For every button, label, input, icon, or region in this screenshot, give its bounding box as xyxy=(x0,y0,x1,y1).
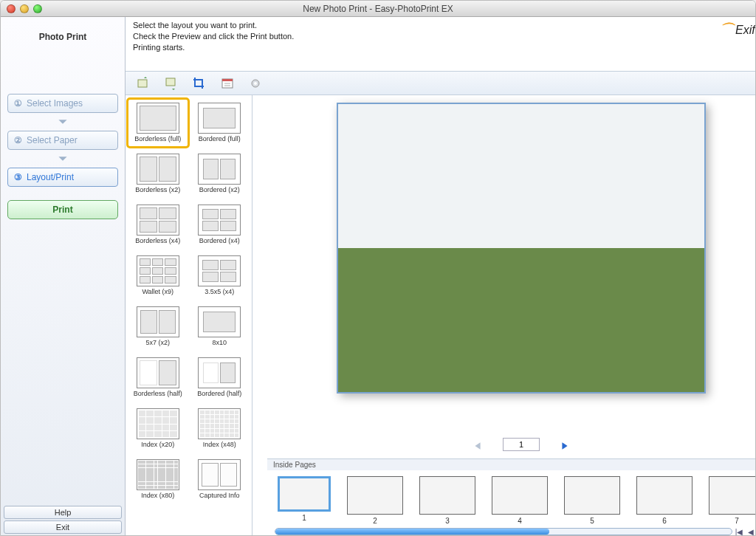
svg-rect-1 xyxy=(166,78,175,86)
main-panel: Select the layout you want to print. Che… xyxy=(126,17,756,536)
page-thumb-7[interactable]: 7 xyxy=(709,476,756,525)
add-image-back-icon[interactable] xyxy=(164,76,179,91)
titlebar: New Photo Print - Easy-PhotoPrint EX xyxy=(1,1,755,17)
page-thumb-1[interactable]: 1 xyxy=(278,476,331,522)
inside-pages-header: Inside Pages xyxy=(267,459,756,470)
thumb-image xyxy=(709,476,756,515)
layout-label: Index (x20) xyxy=(141,441,174,449)
page-thumb-5[interactable]: 5 xyxy=(564,476,620,525)
app-window: New Photo Print - Easy-PhotoPrint EX Pho… xyxy=(0,0,756,536)
print-button[interactable]: Print xyxy=(7,200,118,219)
next-page-icon[interactable] xyxy=(560,440,569,449)
arrow-down-icon xyxy=(57,116,69,128)
layout-option-bordered-x2[interactable]: Bordered (x2) xyxy=(190,151,250,197)
page-thumb-3[interactable]: 3 xyxy=(419,476,475,525)
step-select-images[interactable]: ① Select Images xyxy=(7,94,118,113)
inside-pages-panel: Inside Pages 1234567 |◀ ◀ ▶ xyxy=(267,458,756,536)
layout-option-index-x20[interactable]: Index (x20) xyxy=(128,405,188,452)
layout-thumb xyxy=(137,408,179,439)
layout-option-captured-info[interactable]: Captured Info xyxy=(190,456,250,503)
step-label: Layout/Print xyxy=(27,172,74,182)
step-number: ① xyxy=(14,98,22,109)
svg-rect-0 xyxy=(138,80,147,87)
layout-option-borderless-x4[interactable]: Borderless (x4) xyxy=(128,202,188,248)
step-number: ② xyxy=(14,135,22,145)
page-thumb-2[interactable]: 2 xyxy=(347,476,403,525)
thumb-image xyxy=(636,476,693,515)
thumb-image xyxy=(492,476,548,515)
layout-option-bordered-x4[interactable]: Bordered (x4) xyxy=(190,202,250,248)
layout-label: Wallet (x9) xyxy=(142,288,173,296)
sidebar: Photo Print ① Select Images ② Select Pap… xyxy=(1,17,126,536)
step-select-paper[interactable]: ② Select Paper xyxy=(7,131,118,150)
layout-thumb xyxy=(137,205,179,236)
layout-label: 8x10 xyxy=(212,339,227,347)
add-image-front-icon[interactable] xyxy=(136,76,151,91)
preview-page[interactable] xyxy=(337,103,706,394)
layout-label: Borderless (half) xyxy=(134,390,182,398)
page-navigator xyxy=(267,430,756,458)
page-number-input[interactable] xyxy=(503,438,540,451)
layout-option-borderless-half[interactable]: Borderless (half) xyxy=(128,354,188,401)
layout-list: Borderless (full)Bordered (full)Borderle… xyxy=(126,95,252,536)
page-thumb-4[interactable]: 4 xyxy=(492,476,548,525)
layout-label: Bordered (full) xyxy=(199,135,241,143)
layout-thumb xyxy=(137,357,179,388)
prev-page-icon[interactable] xyxy=(473,440,482,449)
thumb-label: 5 xyxy=(590,517,594,525)
thumb-label: 1 xyxy=(302,514,306,522)
layout-option-index-x80[interactable]: Index (x80) xyxy=(128,456,188,503)
layout-option-borderless-full[interactable]: Borderless (full) xyxy=(128,100,188,146)
thumb-image xyxy=(347,476,403,515)
thumb-label: 4 xyxy=(518,517,522,525)
layout-thumb xyxy=(198,154,241,185)
scroll-start-icon[interactable]: |◀ xyxy=(734,526,744,536)
preview-image xyxy=(338,104,704,392)
layout-label: Index (x80) xyxy=(141,492,174,500)
layout-thumb xyxy=(137,103,179,134)
layout-option-borderless-x2[interactable]: Borderless (x2) xyxy=(128,151,188,197)
thumb-label: 7 xyxy=(735,517,739,525)
help-button[interactable]: Help xyxy=(4,506,122,519)
settings-icon[interactable] xyxy=(248,76,263,91)
layout-thumb xyxy=(198,459,241,490)
scrollbar-thumb[interactable] xyxy=(275,529,549,535)
layout-thumb xyxy=(198,306,241,337)
crop-icon[interactable] xyxy=(192,76,207,91)
info-line: Select the layout you want to print. xyxy=(133,20,294,31)
svg-point-7 xyxy=(254,82,257,85)
step-layout-print[interactable]: ③ Layout/Print xyxy=(7,168,118,187)
layout-thumb xyxy=(137,154,179,185)
info-bar: Select the layout you want to print. Che… xyxy=(126,17,756,72)
layout-option-index-x48[interactable]: Index (x48) xyxy=(190,405,250,452)
layout-option-wallet-x9[interactable]: Wallet (x9) xyxy=(128,252,188,299)
svg-rect-3 xyxy=(222,79,233,81)
layout-label: 5x7 (x2) xyxy=(145,339,170,347)
layout-thumb xyxy=(137,255,179,286)
preview-area: Inside Pages 1234567 |◀ ◀ ▶ xyxy=(252,95,756,536)
layout-option-8x10[interactable]: 8x10 xyxy=(190,303,250,350)
layout-label: Bordered (x2) xyxy=(199,186,240,194)
step-number: ③ xyxy=(14,172,22,182)
layout-thumb xyxy=(198,255,241,286)
scroll-left-icon[interactable]: ◀ xyxy=(746,526,756,536)
step-label: Select Paper xyxy=(27,135,78,145)
window-title: New Photo Print - Easy-PhotoPrint EX xyxy=(1,4,755,14)
exit-button[interactable]: Exit xyxy=(4,520,122,534)
layout-option-bordered-half[interactable]: Bordered (half) xyxy=(190,354,250,401)
scrollbar-track[interactable] xyxy=(275,528,732,535)
page-thumb-6[interactable]: 6 xyxy=(636,476,693,525)
layout-option-bordered-full[interactable]: Bordered (full) xyxy=(190,100,250,146)
layout-label: Captured Info xyxy=(199,492,240,500)
sidebar-heading: Photo Print xyxy=(1,17,125,57)
thumbnail-scrollbar: |◀ ◀ ▶ xyxy=(267,526,756,536)
layout-thumb xyxy=(198,103,241,134)
layout-label: Borderless (x4) xyxy=(135,237,180,245)
thumb-label: 6 xyxy=(662,517,667,525)
date-icon[interactable] xyxy=(220,76,235,91)
toolbar xyxy=(126,72,756,95)
layout-option-35x5-x4[interactable]: 3.5x5 (x4) xyxy=(190,252,250,299)
arrow-down-icon xyxy=(57,153,69,165)
layout-option-5x7-x2[interactable]: 5x7 (x2) xyxy=(128,303,188,350)
thumb-image xyxy=(564,476,620,515)
